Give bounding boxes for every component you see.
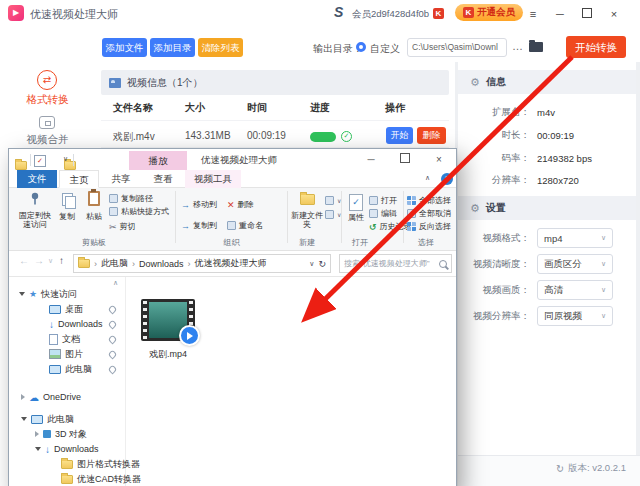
invert-selection-button[interactable]: 反向选择: [407, 221, 451, 232]
chevron-collapsed-icon[interactable]: [21, 394, 25, 400]
pin-icon: [108, 349, 118, 359]
chevron-expanded-icon[interactable]: [19, 292, 25, 296]
clear-list-button[interactable]: 清除列表: [198, 38, 243, 57]
col-header-time: 时间: [247, 101, 267, 115]
explorer-minimize-button[interactable]: ─: [354, 149, 388, 170]
tab-file[interactable]: 文件: [17, 170, 57, 188]
select-none-button[interactable]: 全部取消: [407, 208, 451, 219]
delete-button[interactable]: ✕删除: [227, 199, 254, 210]
select-all-button[interactable]: 全部选择: [407, 195, 451, 206]
downloads-icon: ↓: [49, 319, 54, 330]
sidebar-item-format-convert[interactable]: 格式转换: [0, 93, 95, 107]
search-input[interactable]: 搜索"优速视频处理大师": [339, 254, 452, 273]
address-chevron-icon[interactable]: ∨: [309, 260, 314, 268]
explorer-close-button[interactable]: ×: [422, 149, 456, 170]
open-button[interactable]: 打开: [369, 195, 397, 206]
paste-button[interactable]: 粘贴: [81, 191, 107, 221]
edit-button[interactable]: 编辑: [369, 208, 397, 219]
video-format-select[interactable]: mp4∨: [537, 228, 613, 248]
maximize-button[interactable]: [577, 6, 597, 22]
tree-scroll-up-icon[interactable]: ∧: [113, 279, 118, 287]
history-button[interactable]: ↺历史记录: [369, 221, 412, 232]
video-resolution-select[interactable]: 同原视频∨: [537, 306, 613, 326]
quick-access-star-icon: ★: [29, 289, 37, 299]
copy-to-button[interactable]: →复制到: [181, 220, 217, 231]
copy-button[interactable]: 复制: [55, 192, 79, 221]
refresh-icon[interactable]: ↻: [556, 463, 564, 474]
file-label[interactable]: 戏剧.mp4: [127, 348, 209, 361]
upgrade-membership-button[interactable]: K 开通会员: [455, 4, 523, 21]
crumb-this-pc[interactable]: 此电脑: [101, 257, 128, 270]
refresh-icon[interactable]: ↻: [318, 259, 326, 269]
tree-item-onedrive[interactable]: ☁OneDrive: [21, 390, 81, 404]
paste-shortcut-button[interactable]: 粘贴快捷方式: [109, 206, 169, 217]
copy-path-button[interactable]: 复制路径: [109, 193, 153, 204]
tab-video-tools[interactable]: 视频工具: [185, 170, 241, 188]
pin-to-quick-access-button[interactable]: 固定到快速访问: [17, 191, 53, 229]
output-path-input[interactable]: C:\Users\Qasim\Downl: [407, 38, 507, 57]
crumb-sep-icon: ›: [94, 259, 97, 269]
crumb-downloads[interactable]: Downloads: [139, 259, 184, 269]
tree-item-this-pc-pinned[interactable]: 此电脑: [49, 362, 126, 376]
forward-icon[interactable]: →: [34, 255, 44, 266]
start-convert-button[interactable]: 开始转换: [566, 36, 626, 58]
properties-button[interactable]: ✓ 属性: [345, 191, 367, 222]
new-item-button[interactable]: ∨: [325, 195, 341, 206]
recent-chevron-icon[interactable]: ∨: [48, 257, 53, 265]
browse-more-button[interactable]: …: [512, 40, 523, 52]
tree-item-downloads[interactable]: ↓Downloads: [49, 317, 126, 331]
menu-icon[interactable]: ≡: [523, 6, 543, 22]
add-folder-button[interactable]: 添加目录: [150, 38, 195, 57]
settings-label: 视频清晰度：: [462, 258, 530, 271]
output-mode-label[interactable]: 自定义: [370, 42, 400, 56]
custom-output-radio[interactable]: [356, 42, 366, 52]
info-row: 扩展名： m4v: [462, 101, 634, 123]
tree-item-image-converter[interactable]: 图片格式转换器: [61, 457, 140, 471]
edit-icon: [369, 209, 378, 218]
tree-item-downloads-pc[interactable]: ↓Downloads: [35, 442, 99, 456]
tree-item-quick-access[interactable]: ★快速访问: [19, 287, 77, 301]
tree-item-documents[interactable]: 文档: [49, 332, 126, 346]
close-button[interactable]: ×: [604, 6, 624, 22]
tree-item-desktop[interactable]: 桌面: [49, 302, 126, 316]
info-value: 1280x720: [537, 175, 579, 186]
k-icon: K: [463, 7, 474, 18]
tree-item-cad-converter[interactable]: 优速CAD转换器: [61, 472, 141, 486]
easy-access-button[interactable]: ∨: [325, 209, 341, 220]
tree-item-pictures[interactable]: 图片: [49, 347, 126, 361]
tree-item-3d-objects[interactable]: 3D 对象: [35, 427, 87, 441]
tab-home[interactable]: 主页: [59, 170, 99, 188]
open-folder-icon[interactable]: [529, 42, 543, 52]
help-icon[interactable]: ?: [441, 173, 453, 185]
crumb-current-folder[interactable]: 优速视频处理大师: [195, 257, 267, 270]
video-quality-select[interactable]: 高清∨: [537, 280, 613, 300]
minimize-button[interactable]: ─: [550, 6, 570, 22]
collapse-ribbon-chevron-icon[interactable]: ∧: [425, 174, 430, 182]
explorer-maximize-button[interactable]: [388, 149, 422, 170]
downloads-icon: ↓: [45, 444, 50, 455]
chevron-collapsed-icon[interactable]: [35, 431, 39, 437]
sidebar-item-video-merge[interactable]: 视频合并: [0, 133, 95, 147]
copy-to-icon: →: [181, 221, 190, 231]
chevron-expanded-icon[interactable]: [21, 417, 27, 421]
qat-folder-icon[interactable]: [15, 161, 27, 170]
up-icon[interactable]: ↑: [59, 255, 64, 266]
member-id-label: 会员2d9f428d4f0b: [352, 8, 429, 21]
breadcrumb[interactable]: › 此电脑 › Downloads › 优速视频处理大师 ∨ ↻: [73, 254, 331, 273]
tree-item-this-pc[interactable]: 此电脑: [21, 412, 74, 426]
tab-share[interactable]: 共享: [101, 170, 141, 188]
video-clarity-select[interactable]: 画质区分∨: [537, 254, 613, 274]
row-start-button[interactable]: 开始: [386, 127, 413, 144]
move-to-button[interactable]: →移动到: [181, 199, 217, 210]
qat-checkbox-icon[interactable]: ✓: [34, 155, 46, 167]
new-folder-button[interactable]: 新建文件夹: [291, 191, 323, 229]
rename-button[interactable]: 重命名: [227, 220, 263, 231]
add-file-button[interactable]: 添加文件: [102, 38, 147, 57]
row-delete-button[interactable]: 删除: [417, 127, 446, 144]
info-label: 扩展名：: [462, 106, 530, 119]
chevron-expanded-icon[interactable]: [35, 447, 41, 451]
back-icon[interactable]: ←: [19, 255, 29, 266]
cut-button[interactable]: ✂剪切: [109, 221, 136, 232]
qat-chevron-down-icon[interactable]: ∨: [63, 155, 68, 163]
tab-view[interactable]: 查看: [143, 170, 183, 188]
